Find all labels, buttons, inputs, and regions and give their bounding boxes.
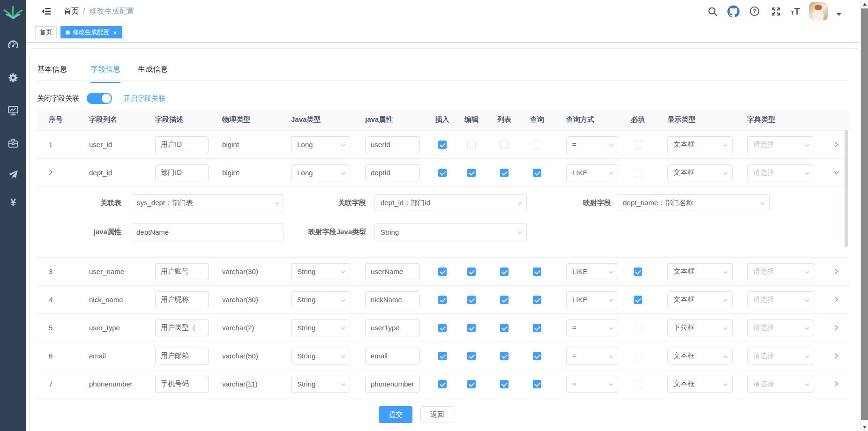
app-logo[interactable] [0,4,26,22]
edit-checkbox[interactable] [467,324,476,332]
java-field-input[interactable] [365,263,420,280]
insert-checkbox[interactable] [438,380,447,388]
list-checkbox[interactable] [500,352,509,360]
tab-gen-info[interactable]: 生成信息 [138,65,168,82]
query-checkbox[interactable] [533,268,541,276]
java-field-input[interactable] [365,320,420,336]
query-type-select[interactable]: LIKE [566,263,618,280]
dict-type-select[interactable]: 请选择 [747,164,814,181]
field-description-input[interactable] [155,291,209,308]
query-checkbox[interactable] [533,380,541,388]
close-icon[interactable]: × [113,29,117,36]
page-scrollbar[interactable] [860,0,868,431]
expand-row-icon[interactable] [832,168,841,178]
java-type-select[interactable]: String [291,376,350,393]
tab-basic-info[interactable]: 基本信息 [37,65,67,82]
sidebar-item-tool[interactable] [0,134,26,153]
expand-row-icon[interactable] [832,379,841,389]
query-type-select[interactable]: = [566,136,618,153]
list-checkbox[interactable] [500,169,509,177]
expand-row-icon[interactable] [832,140,841,149]
submit-button[interactable]: 提交 [379,406,412,423]
list-checkbox[interactable] [500,380,509,388]
tab-field-info[interactable]: 字段信息 [90,65,120,83]
required-checkbox[interactable] [634,268,642,276]
scroll-up-arrow[interactable] [861,0,868,8]
field-description-input[interactable] [155,263,209,280]
display-type-select[interactable]: 文本框 [667,291,733,308]
java-type-select[interactable]: String [291,348,350,364]
dict-type-select[interactable]: 请选择 [747,291,814,308]
display-type-select[interactable]: 文本框 [667,376,733,393]
edit-checkbox[interactable] [467,296,476,304]
dict-type-select[interactable]: 请选择 [747,136,814,153]
field-description-input[interactable] [155,348,209,364]
display-type-select[interactable]: 文本框 [667,348,733,364]
java-type-select[interactable]: Long [291,136,350,153]
query-checkbox[interactable] [533,141,541,149]
sidebar-item-system[interactable] [0,68,26,87]
display-type-select[interactable]: 文本框 [667,263,733,280]
list-checkbox[interactable] [500,141,509,149]
java-field-input[interactable] [365,348,420,364]
required-checkbox[interactable] [634,324,642,332]
query-checkbox[interactable] [533,324,541,332]
list-checkbox[interactable] [500,268,509,276]
java-field-input[interactable] [365,136,420,153]
query-type-select[interactable]: = [566,348,618,364]
java-type-select[interactable]: String [291,291,350,308]
list-checkbox[interactable] [500,324,509,332]
java-field-input[interactable] [365,291,420,308]
dict-type-select[interactable]: 请选择 [747,376,814,393]
insert-checkbox[interactable] [438,324,447,332]
table-scrollbar-thumb[interactable] [845,130,848,247]
tag-home[interactable]: 首页 [35,26,57,38]
java-field-input[interactable] [365,376,420,393]
expand-row-icon[interactable] [832,351,841,361]
query-type-select[interactable]: LIKE [566,291,618,308]
expand-row-icon[interactable] [832,267,841,276]
expand-row-icon[interactable] [832,295,841,305]
relation-field-select[interactable]: dept_id：部门id [374,194,527,211]
insert-checkbox[interactable] [438,352,447,360]
java-field-input[interactable] [365,164,420,181]
query-type-select[interactable]: = [566,376,618,393]
required-checkbox[interactable] [634,352,642,360]
query-type-select[interactable]: = [566,320,618,336]
query-checkbox[interactable] [533,352,541,360]
required-checkbox[interactable] [634,141,642,149]
insert-checkbox[interactable] [438,141,447,149]
field-description-input[interactable] [155,136,209,153]
insert-checkbox[interactable] [438,169,447,177]
search-icon[interactable] [706,5,718,17]
edit-checkbox[interactable] [467,169,476,177]
fullscreen-icon[interactable] [770,5,782,17]
edit-checkbox[interactable] [467,380,476,388]
chevron-down-icon[interactable] [837,13,841,16]
insert-checkbox[interactable] [438,296,447,304]
font-size-icon[interactable]: тT [791,6,800,17]
field-description-input[interactable] [155,376,209,393]
tag-current[interactable]: 修改生成配置 × [60,26,122,38]
breadcrumb-home[interactable]: 首页 [64,7,79,16]
display-type-select[interactable]: 文本框 [667,136,733,153]
display-type-select[interactable]: 文本框 [667,164,733,181]
edit-checkbox[interactable] [467,352,476,360]
sidebar-item-monitor[interactable] [0,101,26,120]
display-type-select[interactable]: 下拉框 [667,320,733,336]
sidebar-item-dashboard[interactable] [0,36,26,54]
back-button[interactable]: 返回 [420,406,454,423]
required-checkbox[interactable] [634,380,642,388]
page-scrollbar-thumb[interactable] [861,8,868,420]
edit-checkbox[interactable] [467,141,476,149]
required-checkbox[interactable] [634,169,642,177]
sidebar-fold-icon[interactable] [41,6,52,16]
java-type-select[interactable]: Long [291,164,350,181]
query-checkbox[interactable] [533,169,541,177]
sidebar-item-pay[interactable]: ¥ [0,193,26,212]
required-checkbox[interactable] [634,296,642,304]
help-icon[interactable]: ? [748,5,761,17]
sidebar-item-guide[interactable] [0,165,26,184]
field-relation-toggle[interactable] [87,93,112,104]
avatar[interactable] [809,2,828,21]
